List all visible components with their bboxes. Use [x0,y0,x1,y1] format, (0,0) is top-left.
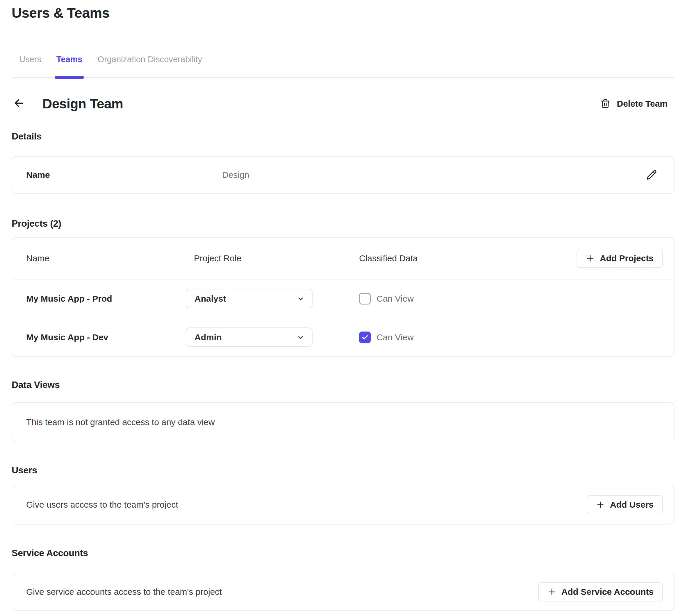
plus-icon [596,500,605,509]
projects-heading: Projects (2) [12,218,675,229]
project-role-select-dev[interactable]: Admin [186,328,313,347]
tab-teams[interactable]: Teams [49,54,90,77]
page-title: Users & Teams [12,5,675,22]
add-users-button[interactable]: Add Users [587,495,663,514]
data-views-card: This team is not granted access to any d… [12,402,675,442]
column-header-classified-data: Classified Data [359,254,418,263]
table-row-project-prod: My Music App - Prod Analyst Can View [12,279,674,317]
details-heading: Details [12,130,675,142]
pencil-icon [645,168,658,182]
back-button[interactable] [12,96,26,111]
arrow-left-icon [12,96,26,111]
team-title: Design Team [42,96,123,112]
delete-team-label: Delete Team [617,99,667,109]
plus-icon [586,254,595,263]
tab-bar: Users Teams Organization Discoverability [12,54,675,78]
edit-name-button[interactable] [644,167,659,182]
project-role-selected-value: Analyst [194,294,226,304]
check-icon [361,333,369,341]
users-heading: Users [12,464,675,476]
add-projects-button[interactable]: Add Projects [577,249,663,268]
service-accounts-card: Give service accounts access to the team… [12,573,675,611]
service-accounts-empty-text: Give service accounts access to the team… [26,587,222,597]
users-card: Give users access to the team's project … [12,485,675,525]
delete-team-button[interactable]: Delete Team [600,98,667,109]
add-users-label: Add Users [610,500,654,510]
plus-icon [548,588,556,596]
projects-table-header: Name Project Role Classified Data Add Pr… [12,238,674,279]
column-header-project-role: Project Role [186,254,359,263]
chevron-down-icon [296,333,305,342]
data-views-empty-text: This team is not granted access to any d… [26,417,215,427]
projects-card: Name Project Role Classified Data Add Pr… [12,237,675,357]
chevron-down-icon [296,294,305,303]
data-views-heading: Data Views [12,379,675,391]
project-name: My Music App - Dev [26,332,186,342]
details-name-label: Name [26,170,222,180]
add-service-accounts-label: Add Service Accounts [561,587,654,597]
details-name-value: Design [222,170,249,180]
users-empty-text: Give users access to the team's project [26,500,178,510]
table-row-project-dev: My Music App - Dev Admin Can View [12,317,674,356]
project-role-selected-value: Admin [194,332,221,342]
can-view-checkbox-prod[interactable] [359,293,371,305]
tab-organization-discoverability[interactable]: Organization Discoverability [90,54,209,77]
project-role-select-prod[interactable]: Analyst [186,289,313,308]
users-teams-page: Users & Teams Users Teams Organization D… [0,0,685,611]
service-accounts-heading: Service Accounts [12,547,675,559]
can-view-checkbox-dev[interactable] [359,332,371,343]
add-service-accounts-button[interactable]: Add Service Accounts [538,582,663,601]
can-view-label: Can View [377,332,414,342]
column-header-name: Name [26,254,186,263]
trash-icon [600,98,611,109]
team-header: Design Team Delete Team [12,95,675,112]
project-name: My Music App - Prod [26,294,186,304]
details-card: Name Design [12,156,675,194]
add-projects-label: Add Projects [600,254,654,263]
can-view-label: Can View [377,294,414,304]
tab-users[interactable]: Users [12,54,49,77]
